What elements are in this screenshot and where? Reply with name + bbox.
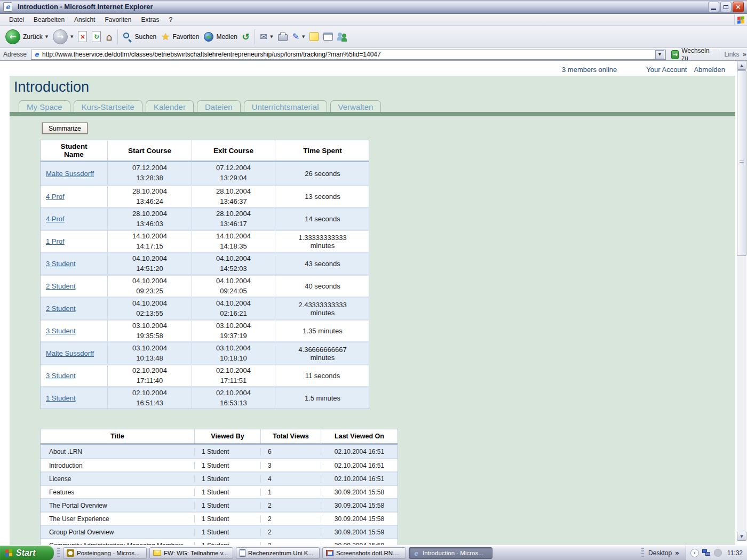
course-tab[interactable]: Kurs-Startseite xyxy=(74,100,142,113)
media-button[interactable]: Medien xyxy=(204,32,237,42)
menu-item[interactable]: Ansicht xyxy=(69,14,100,25)
student-name-link[interactable]: Malte Sussdorff xyxy=(46,349,94,357)
close-button[interactable]: × xyxy=(733,2,744,12)
summarize-button[interactable]: Summarize xyxy=(42,123,88,134)
student-name-cell: Malte Sussdorff xyxy=(41,162,107,185)
print-button[interactable] xyxy=(278,32,288,41)
back-button[interactable]: ← Zurück ▼ xyxy=(5,29,48,44)
edit-button[interactable]: ✎ ▼ xyxy=(292,31,305,42)
exit-course-cell: 03.10.200419:37:19 xyxy=(192,321,275,341)
menu-item[interactable]: Extras xyxy=(136,14,164,25)
course-tab[interactable]: Verwalten xyxy=(330,100,382,113)
messenger-people-icon xyxy=(338,32,348,42)
start-label: Start xyxy=(16,548,35,558)
student-name-link[interactable]: 3 Student xyxy=(46,372,76,380)
update-tray-icon[interactable] xyxy=(714,549,722,557)
desktop-chevron-icon[interactable]: » xyxy=(675,549,679,557)
table-row: The Portal Overview 1 Student 2 30.09.20… xyxy=(41,498,398,511)
stop-button[interactable]: × xyxy=(78,31,87,42)
menu-item[interactable]: Favoriten xyxy=(100,14,136,25)
address-input[interactable]: e http://www.theservice.de/dotlrn/classe… xyxy=(31,50,666,60)
history-button[interactable]: ↺ xyxy=(242,31,250,42)
student-name-link[interactable]: 3 Student xyxy=(46,260,76,268)
back-dropdown-icon[interactable]: ▼ xyxy=(45,35,48,39)
home-button[interactable]: ⌂ xyxy=(106,31,112,43)
student-name-link[interactable]: 4 Prof xyxy=(46,215,65,223)
your-account-link[interactable]: Your Account xyxy=(646,66,687,74)
start-course-cell: 04.10.200402:13:55 xyxy=(107,298,192,319)
forward-button[interactable]: → ▼ xyxy=(53,29,73,44)
scrollbar-thumb[interactable] xyxy=(737,70,746,256)
menu-item[interactable]: ? xyxy=(164,14,177,25)
student-name-link[interactable]: 2 Student xyxy=(46,305,76,313)
scroll-down-button[interactable]: ▼ xyxy=(737,532,746,541)
vertical-scrollbar[interactable]: ▲ ▼ xyxy=(737,61,746,541)
taskbar-task-button[interactable]: Posteingang - Micros... xyxy=(63,547,147,559)
quicklaunch-grip[interactable] xyxy=(57,548,60,558)
minimize-button[interactable] xyxy=(708,2,719,12)
scroll-up-button[interactable]: ▲ xyxy=(737,61,746,70)
total-views-cell: 4 xyxy=(260,475,321,483)
address-dropdown-button[interactable]: ▼ xyxy=(655,50,664,59)
student-name-cell: 2 Student xyxy=(41,276,107,297)
student-name-cell: 3 Student xyxy=(41,321,107,341)
ie-document-icon: e xyxy=(3,2,12,12)
time-spent-cell: 4.36666666667 minutes xyxy=(275,343,370,364)
minimize-icon xyxy=(711,9,716,10)
members-online-link[interactable]: 3 members online xyxy=(562,66,617,74)
time-spent-cell: 1.33333333333 minutes xyxy=(275,231,370,252)
taskbar-task-button[interactable]: e Introduction - Micros... xyxy=(409,547,492,559)
links-chevron-icon[interactable]: » xyxy=(743,51,747,58)
mail-dropdown-icon[interactable]: ▼ xyxy=(270,35,273,39)
table-row: Features 1 Student 1 30.09.2004 15:58 xyxy=(41,485,398,498)
menu-item[interactable]: Datei xyxy=(4,14,29,25)
taskbar-task-button[interactable]: Rechenzentrum Uni K... xyxy=(236,547,320,559)
network-tray-icon[interactable] xyxy=(702,549,711,557)
messenger-button[interactable] xyxy=(338,32,348,42)
edit-dropdown-icon[interactable]: ▼ xyxy=(302,35,305,39)
student-name-link[interactable]: 3 Student xyxy=(46,327,76,335)
student-name-link[interactable]: 4 Prof xyxy=(46,193,65,201)
links-toolbar[interactable]: Links » xyxy=(719,50,747,60)
taskbar-task-button[interactable]: Screenshots dotLRN.... xyxy=(322,547,406,559)
links-label: Links xyxy=(725,51,740,58)
system-tray: ‹ 11:32 xyxy=(686,546,747,560)
window-title: Introduction - Microsoft Internet Explor… xyxy=(18,3,153,11)
exit-course-cell: 02.10.200417:11:51 xyxy=(192,365,275,386)
student-name-link[interactable]: 2 Student xyxy=(46,282,76,290)
student-name-link[interactable]: Malte Sussdorff xyxy=(46,170,94,178)
history-icon: ↺ xyxy=(242,31,250,42)
start-button[interactable]: Start xyxy=(0,546,54,560)
desktop-toolbar-label[interactable]: Desktop xyxy=(648,549,672,557)
start-course-cell: 04.10.200414:51:20 xyxy=(107,253,192,274)
logout-link[interactable]: Abmelden xyxy=(694,66,725,74)
exit-course-cell: 14.10.200414:18:35 xyxy=(192,231,275,252)
table-row: Malte Sussdorff 03.10.200410:13:48 03.10… xyxy=(41,341,369,364)
desktop-toolbar-grip[interactable] xyxy=(641,548,644,558)
menu-item[interactable]: Bearbeiten xyxy=(29,14,69,25)
column-header: Exit Course xyxy=(192,140,275,161)
search-button[interactable]: Suchen xyxy=(123,32,157,42)
course-tab[interactable]: Unterrichtsmaterial xyxy=(244,100,327,113)
discuss-button[interactable] xyxy=(309,32,319,41)
media-globe-icon xyxy=(204,32,213,42)
exit-course-cell: 28.10.200413:46:17 xyxy=(192,209,275,229)
sidebar-toggle-button[interactable] xyxy=(323,33,333,41)
forward-dropdown-icon[interactable]: ▼ xyxy=(70,35,73,39)
mail-button[interactable]: ✉ ▼ xyxy=(260,31,273,42)
go-button[interactable]: → Wechseln zu xyxy=(671,47,711,62)
student-name-link[interactable]: 1 Prof xyxy=(46,237,65,245)
table-row: License 1 Student 4 02.10.2004 16:51 xyxy=(41,471,398,485)
maximize-button[interactable] xyxy=(720,2,732,12)
course-tab[interactable]: Dateien xyxy=(197,100,241,113)
course-tab[interactable]: My Space xyxy=(19,100,70,113)
viewed-by-cell: 1 Student xyxy=(194,475,260,483)
address-url-text: http://www.theservice.de/dotlrn/classes/… xyxy=(42,51,381,58)
refresh-button[interactable]: ↻ xyxy=(92,31,101,42)
menu-bar: DateiBearbeitenAnsichtFavoritenExtras? xyxy=(0,14,747,26)
student-name-link[interactable]: 1 Student xyxy=(46,394,76,402)
course-tab[interactable]: Kalender xyxy=(146,100,194,113)
tray-collapse-icon[interactable]: ‹ xyxy=(690,549,699,557)
taskbar-task-button[interactable]: FW: WG: Teilnahme v... xyxy=(149,547,233,559)
favorites-button[interactable]: ★ Favoriten xyxy=(161,31,199,42)
